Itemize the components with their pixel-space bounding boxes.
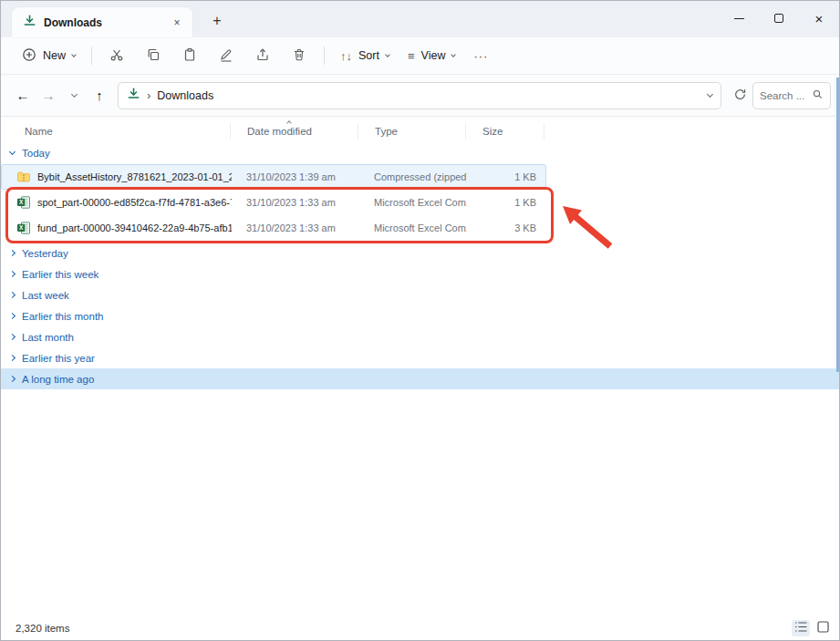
- new-tab-button[interactable]: +: [205, 9, 229, 33]
- tab-title: Downloads: [44, 16, 169, 29]
- recent-locations-button[interactable]: [61, 83, 87, 109]
- excel-file-icon: X: [16, 221, 31, 235]
- details-view-button[interactable]: [792, 620, 810, 636]
- column-label: Size: [482, 126, 503, 137]
- address-dropdown-icon[interactable]: [707, 90, 713, 97]
- maximize-button[interactable]: [759, 1, 799, 36]
- file-name: Bybit_AssetHistory_8781621_2023-01-01_20…: [37, 171, 232, 182]
- rename-button[interactable]: [209, 41, 244, 70]
- group-header-earlier-this-year[interactable]: Earlier this year: [1, 347, 839, 368]
- file-name: fund_part-00000-39410462-22a9-4b75-afb1-…: [37, 222, 232, 233]
- file-name-cell: X spot_part-00000-ed85f2ca-f7fd-4781-a3e…: [2, 195, 232, 210]
- file-row-spot-csv[interactable]: X spot_part-00000-ed85f2ca-f7fd-4781-a3e…: [1, 190, 546, 215]
- file-name-cell: Bybit_AssetHistory_8781621_2023-01-01_20…: [2, 170, 232, 184]
- column-label: Date modified: [247, 126, 312, 137]
- group-header-a-long-time-ago[interactable]: A long time ago: [1, 368, 839, 389]
- chevron-right-icon: [9, 271, 16, 277]
- new-button[interactable]: New: [14, 41, 84, 70]
- group-label: Earlier this year: [22, 353, 95, 364]
- up-button[interactable]: ↑: [87, 83, 112, 109]
- more-options-button[interactable]: ···: [465, 41, 496, 70]
- toolbar-separator: [324, 47, 325, 65]
- group-header-last-week[interactable]: Last week: [1, 284, 839, 305]
- group-label: Yesterday: [22, 248, 68, 259]
- ellipsis-icon: ···: [473, 49, 488, 63]
- explorer-tab-downloads[interactable]: Downloads ×: [12, 7, 192, 37]
- collapsed-groups: Yesterday Earlier this week Last week Ea…: [1, 243, 839, 389]
- column-header-type[interactable]: Type: [358, 123, 466, 140]
- trash-icon: [292, 47, 306, 65]
- file-list-area: Name Date modified Type Size Today Bybit…: [1, 117, 839, 616]
- group-header-earlier-this-week[interactable]: Earlier this week: [1, 264, 839, 284]
- group-header-yesterday[interactable]: Yesterday: [1, 243, 839, 264]
- view-button-label: View: [421, 49, 446, 62]
- tab-close-button[interactable]: ×: [169, 15, 185, 31]
- column-header-size[interactable]: Size: [466, 123, 544, 140]
- breadcrumb-downloads[interactable]: Downloads: [157, 89, 213, 102]
- svg-text:X: X: [19, 199, 24, 205]
- view-button[interactable]: ≡ View: [399, 41, 463, 70]
- file-name-cell: X fund_part-00000-39410462-22a9-4b75-afb…: [2, 221, 232, 235]
- item-count: 2,320 items: [16, 623, 69, 634]
- file-date: 31/10/2023 1:39 am: [232, 171, 359, 182]
- file-type: Microsoft Excel Com...: [359, 222, 467, 233]
- chevron-right-icon: [9, 334, 16, 340]
- refresh-icon: [733, 88, 747, 104]
- group-label: Last month: [22, 332, 74, 343]
- status-bar: 2,320 items: [1, 616, 839, 640]
- delete-button[interactable]: [282, 41, 316, 70]
- scrollbar-thumb[interactable]: [836, 78, 839, 372]
- minimize-button[interactable]: [719, 1, 759, 36]
- breadcrumb-chevron: ›: [147, 88, 150, 102]
- svg-text:X: X: [19, 224, 24, 231]
- file-row-fund-csv[interactable]: X fund_part-00000-39410462-22a9-4b75-afb…: [1, 215, 546, 241]
- chevron-down-icon: [71, 52, 77, 57]
- address-bar[interactable]: › Downloads: [118, 82, 721, 109]
- file-row-zip[interactable]: Bybit_AssetHistory_8781621_2023-01-01_20…: [1, 164, 546, 190]
- copy-icon: [146, 47, 161, 65]
- sort-arrows-icon: ↑↓: [340, 49, 352, 63]
- titlebar: Downloads × + ×: [1, 1, 839, 37]
- sort-ascending-icon: [286, 120, 292, 126]
- file-type: Compressed (zipped)...: [359, 171, 467, 182]
- group-label: Last week: [22, 290, 69, 301]
- navigation-bar: ← → ↑ › Downloads: [1, 75, 839, 117]
- paste-icon: [182, 47, 197, 65]
- group-header-today[interactable]: Today: [1, 142, 839, 164]
- column-header-date-modified[interactable]: Date modified: [231, 123, 358, 140]
- window-controls: ×: [719, 1, 839, 36]
- share-icon: [255, 47, 270, 65]
- back-button[interactable]: ←: [10, 83, 36, 109]
- close-button[interactable]: ×: [799, 1, 839, 36]
- paste-button[interactable]: [172, 41, 207, 70]
- search-icon: [812, 88, 824, 104]
- toolbar-separator: [91, 47, 92, 65]
- file-date: 31/10/2023 1:33 am: [232, 197, 359, 208]
- new-button-label: New: [43, 49, 66, 62]
- file-name: spot_part-00000-ed85f2ca-f7fd-4781-a3e6-…: [37, 197, 232, 208]
- chevron-down-icon: [70, 90, 77, 97]
- forward-button[interactable]: →: [36, 83, 61, 109]
- column-headers: Name Date modified Type Size: [1, 120, 839, 142]
- group-header-last-month[interactable]: Last month: [1, 326, 839, 347]
- file-date: 31/10/2023 1:33 am: [232, 222, 359, 233]
- cut-button[interactable]: [99, 41, 134, 70]
- column-label: Type: [375, 126, 398, 137]
- column-header-name[interactable]: Name: [1, 123, 231, 140]
- search-input[interactable]: [760, 90, 812, 101]
- group-label: Earlier this month: [22, 311, 103, 322]
- share-button[interactable]: [245, 41, 280, 70]
- thumbnail-view-button[interactable]: [814, 620, 832, 636]
- group-label: Earlier this week: [22, 269, 99, 280]
- copy-button[interactable]: [136, 41, 171, 70]
- sort-button[interactable]: ↑↓ Sort: [332, 41, 398, 70]
- file-type: Microsoft Excel Com...: [359, 197, 467, 208]
- downloads-icon: [23, 14, 36, 31]
- group-header-earlier-this-month[interactable]: Earlier this month: [1, 305, 839, 326]
- search-box[interactable]: [752, 82, 831, 109]
- group-label: A long time ago: [22, 374, 94, 385]
- refresh-button[interactable]: [727, 83, 752, 109]
- file-size: 1 KB: [467, 171, 545, 182]
- sort-button-label: Sort: [358, 49, 379, 62]
- view-toggles: [792, 620, 832, 636]
